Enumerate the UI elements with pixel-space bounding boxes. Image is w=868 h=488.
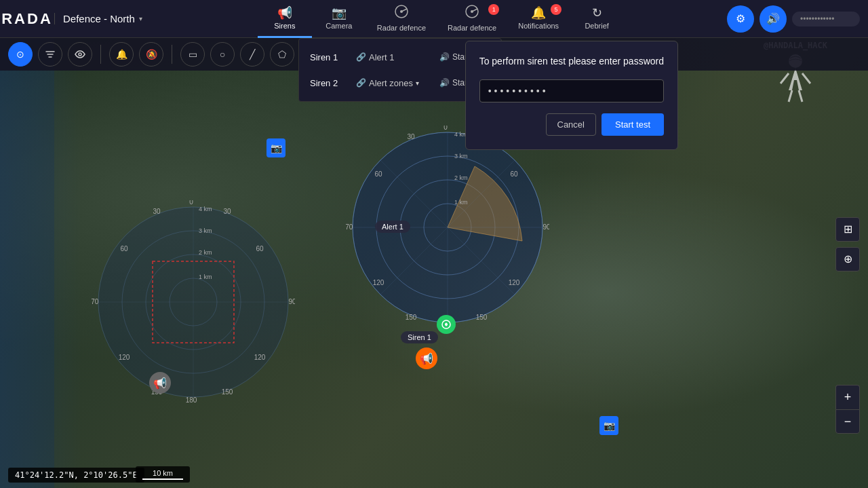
- svg-text:270: 270: [346, 223, 353, 231]
- svg-text:60: 60: [374, 170, 382, 178]
- svg-text:60: 60: [120, 245, 128, 252]
- zoom-out-button[interactable]: −: [835, 409, 860, 434]
- compass-button[interactable]: ⊕: [835, 247, 860, 271]
- topbar-right: ⚙ 🔊 ••••••••••••: [719, 5, 868, 33]
- svg-text:150: 150: [222, 388, 233, 396]
- siren1-marker[interactable]: 📢: [416, 348, 437, 369]
- zoom-in-button[interactable]: +: [835, 385, 860, 409]
- radar-small: 0 30 60 90 120 150 180 150 120 270 60 30…: [92, 200, 295, 404]
- nav-item-sirens[interactable]: 📢 Sirens: [258, 0, 312, 38]
- svg-point-4: [79, 53, 81, 56]
- side-controls: ⊞ ⊕: [835, 217, 860, 271]
- tool-target[interactable]: ⊙: [8, 42, 33, 67]
- svg-text:0: 0: [443, 126, 448, 131]
- dialog-title: To perform siren test please enter passw…: [479, 55, 664, 69]
- tool-bell[interactable]: 🔔: [109, 42, 134, 67]
- tool-line[interactable]: ╱: [240, 42, 264, 67]
- radar1-icon: [394, 4, 409, 22]
- camera-icon: 📷: [332, 5, 347, 20]
- svg-text:120: 120: [373, 279, 384, 286]
- layers-button[interactable]: ⊞: [835, 217, 860, 242]
- sound-button[interactable]: 🔊: [760, 5, 787, 33]
- alert1-label: Alert 1: [375, 221, 410, 233]
- svg-text:90: 90: [542, 223, 549, 231]
- nav-item-radar2[interactable]: Radar defence 1: [437, 0, 507, 38]
- siren1-name: Siren 1: [310, 52, 351, 62]
- svg-point-3: [471, 10, 473, 13]
- volume-icon-1: 🔊: [439, 52, 450, 62]
- toolbar-divider2: [172, 45, 172, 64]
- svg-text:150: 150: [476, 314, 488, 321]
- start-test-button[interactable]: Start test: [601, 113, 664, 136]
- siren1-label: Siren 1: [401, 331, 438, 343]
- nav-bar: 📢 Sirens 📷 Camera Radar defence Radar de…: [163, 0, 719, 38]
- scale-bar: 10 km: [136, 466, 190, 483]
- topbar: RADA Defence - North ▾ 📢 Sirens 📷 Camera…: [0, 0, 868, 38]
- svg-text:30: 30: [407, 133, 415, 140]
- password-dialog: To perform siren test please enter passw…: [465, 41, 678, 150]
- svg-text:120: 120: [254, 354, 266, 361]
- svg-text:3 km: 3 km: [199, 227, 212, 234]
- siren2-link[interactable]: 🔗 Alert zones ▾: [356, 78, 429, 88]
- siren2-name: Siren 2: [310, 78, 351, 88]
- tool-eye[interactable]: [68, 42, 92, 67]
- tool-bell-slash[interactable]: 🔕: [139, 42, 163, 67]
- nav-item-debrief[interactable]: ↻ Debrief: [570, 0, 624, 38]
- volume-icon-2: 🔊: [439, 78, 450, 88]
- radar-center-marker[interactable]: [437, 315, 456, 334]
- nav-item-radar1[interactable]: Radar defence: [366, 0, 437, 38]
- link-icon-2: 🔗: [356, 78, 366, 88]
- svg-text:3 km: 3 km: [454, 153, 468, 159]
- scale-line: [142, 478, 183, 480]
- siren1-link: 🔗 Alert 1: [356, 52, 429, 62]
- radar2-badge: 1: [488, 4, 499, 15]
- cancel-button[interactable]: Cancel: [546, 113, 596, 136]
- notifications-badge: 5: [551, 4, 561, 15]
- camera-marker-1[interactable]: 📷: [267, 138, 285, 157]
- zoom-controls: + −: [835, 385, 860, 434]
- camera-marker-2[interactable]: 📷: [599, 416, 618, 435]
- svg-point-1: [400, 10, 403, 13]
- layers-icon: ⊞: [844, 223, 852, 236]
- notifications-icon: 🔔: [531, 5, 546, 20]
- svg-text:180: 180: [186, 396, 197, 404]
- svg-text:0: 0: [189, 200, 193, 206]
- svg-text:2 km: 2 km: [454, 174, 468, 181]
- radar2-icon: [465, 4, 479, 22]
- svg-text:2 km: 2 km: [199, 249, 212, 256]
- dialog-buttons: Cancel Start test: [479, 113, 664, 136]
- tool-rect[interactable]: ▭: [180, 42, 205, 67]
- toolbar-divider1: [100, 45, 101, 64]
- svg-text:60: 60: [256, 245, 264, 252]
- alert-zones-chevron: ▾: [416, 79, 419, 87]
- siren2-marker[interactable]: 📢: [149, 372, 171, 394]
- sirens-icon: 📢: [277, 5, 292, 20]
- svg-text:30: 30: [223, 208, 231, 215]
- svg-text:1 km: 1 km: [199, 274, 212, 280]
- svg-text:1 km: 1 km: [454, 199, 468, 206]
- tool-pentagon[interactable]: ⬠: [270, 42, 294, 67]
- svg-text:60: 60: [510, 170, 518, 178]
- tool-circle[interactable]: ○: [210, 42, 235, 67]
- svg-text:4 km: 4 km: [199, 206, 212, 212]
- user-badge: ••••••••••••: [792, 12, 860, 26]
- site-dropdown-icon: ▾: [139, 15, 142, 22]
- svg-text:270: 270: [92, 298, 99, 305]
- app-logo: RADA: [0, 10, 54, 28]
- password-input[interactable]: [479, 79, 664, 102]
- nav-item-camera[interactable]: 📷 Camera: [312, 0, 366, 38]
- svg-text:90: 90: [288, 298, 295, 305]
- svg-point-31: [445, 323, 448, 326]
- svg-text:120: 120: [119, 354, 130, 361]
- compass-icon: ⊕: [844, 252, 852, 265]
- link-icon-1: 🔗: [356, 52, 366, 62]
- svg-text:120: 120: [509, 279, 520, 286]
- svg-text:30: 30: [153, 208, 161, 215]
- settings-button[interactable]: ⚙: [727, 5, 754, 33]
- tool-filter[interactable]: [38, 42, 62, 67]
- svg-text:150: 150: [406, 314, 417, 321]
- nav-item-notifications[interactable]: 🔔 Notifications 5: [507, 0, 570, 38]
- debrief-icon: ↻: [592, 5, 602, 20]
- site-name[interactable]: Defence - North ▾: [54, 13, 163, 24]
- coordinates-display: 41°24'12.2"N, 2°10'26.5"E: [8, 468, 144, 483]
